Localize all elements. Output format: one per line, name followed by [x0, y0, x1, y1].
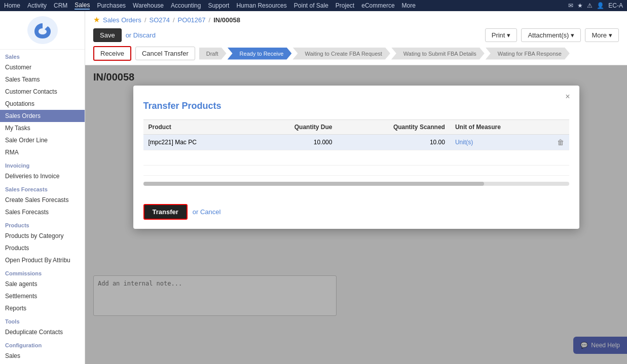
empty-row [143, 150, 569, 166]
favorite-star-icon[interactable]: ★ [93, 15, 100, 24]
sidebar-item-sale-order-line[interactable]: Sale Order Line [0, 134, 85, 146]
transfer-products-modal: × Transfer Products Product Quantity Due… [133, 86, 579, 229]
col-product: Product [143, 120, 250, 135]
sidebar-item-sales-teams[interactable]: Sales Teams [0, 73, 85, 86]
sidebar-item-customer-contacts[interactable]: Customer Contacts [0, 86, 85, 98]
sidebar-item-settlements[interactable]: Settlements [0, 290, 85, 302]
sidebar-item-configuration-sales[interactable]: Sales [0, 350, 85, 362]
star-icon[interactable]: ★ [577, 2, 583, 9]
table-scrollbar-thumb [143, 182, 484, 186]
print-dropdown-icon: ▾ [507, 31, 510, 39]
modal-cancel-link[interactable]: or Cancel [193, 208, 221, 216]
sidebar-item-open-product-by-attrib[interactable]: Open Product By Attribu [0, 254, 85, 266]
nav-support[interactable]: Support [208, 2, 229, 9]
sidebar-item-create-sales-forecasts[interactable]: Create Sales Forecasts [0, 194, 85, 206]
print-button[interactable]: Print ▾ [485, 28, 518, 42]
sidebar-section-forecasts-title: Sales Forecasts [0, 182, 85, 194]
delete-row-button[interactable]: 🗑 [557, 138, 564, 146]
main-content: ★ Sales Orders / SO274 / PO01267 / IN/00… [85, 11, 627, 364]
attachments-dropdown-icon: ▾ [571, 31, 574, 39]
breadcrumb-po01267[interactable]: PO01267 [178, 16, 206, 24]
breadcrumb-sales-orders[interactable]: Sales Orders [103, 16, 141, 24]
bell-icon[interactable]: ⚠ [587, 2, 593, 9]
sidebar-section-commissions-title: Commissions [0, 266, 85, 278]
toolbar: Save or Discard Print ▾ Attachment(s) ▾ … [93, 28, 619, 42]
pipeline-step-waiting-response: Wating for FBA Response [486, 48, 570, 60]
sidebar: Sales Customer Sales Teams Customer Cont… [0, 11, 85, 364]
sidebar-section-configuration-title: Configuration [0, 338, 85, 350]
main-header: ★ Sales Orders / SO274 / PO01267 / IN/00… [85, 11, 627, 65]
top-nav: Home Activity CRM Sales Purchases Wareho… [0, 0, 627, 11]
modal-body: Transfer Products Product Quantity Due Q… [133, 101, 579, 204]
sidebar-section-tools-title: Tools [0, 314, 85, 326]
sidebar-section-products-title: Products [0, 218, 85, 230]
account-label[interactable]: EC-A [608, 2, 623, 9]
sidebar-item-products-by-category[interactable]: Products by Category [0, 230, 85, 242]
modal-close-button[interactable]: × [565, 93, 570, 101]
more-button[interactable]: More ▾ [585, 28, 619, 42]
product-name-cell: [mpc221] Mac PC [143, 135, 250, 150]
user-icon[interactable]: 👤 [597, 2, 604, 9]
nav-pos[interactable]: Point of Sale [294, 2, 328, 9]
status-pipeline: Draft Ready to Receive Waiting to Create… [199, 48, 571, 60]
col-qty-due: Quantity Due [250, 120, 338, 135]
save-button[interactable]: Save [93, 28, 122, 42]
nav-purchases[interactable]: Purchases [97, 2, 126, 9]
nav-crm[interactable]: CRM [54, 2, 67, 9]
mail-icon[interactable]: ✉ [568, 2, 573, 9]
sidebar-item-rma[interactable]: RMA [0, 146, 85, 158]
nav-home[interactable]: Home [4, 2, 20, 9]
pipeline-step-ready: Ready to Receive [228, 48, 292, 60]
sidebar-item-sales-forecasts[interactable]: Sales Forecasts [0, 206, 85, 218]
transfer-button[interactable]: Transfer [143, 204, 188, 220]
sidebar-section-sales-title: Sales [0, 50, 85, 61]
page-content: IN/00058 × Transfer Products Product [85, 65, 627, 364]
uom-cell: Unit(s) [450, 135, 552, 150]
pipeline-step-waiting-submit: Wating to Submit FBA Details [391, 48, 485, 60]
qty-scanned-cell: 10.00 [337, 135, 450, 150]
breadcrumb: ★ Sales Orders / SO274 / PO01267 / IN/00… [93, 15, 619, 24]
col-uom: Unit of Measure [450, 120, 552, 135]
sidebar-logo [0, 11, 85, 50]
nav-ecommerce[interactable]: eCommerce [361, 2, 394, 9]
sidebar-item-deliveries-to-invoice[interactable]: Deliveries to Invoice [0, 170, 85, 182]
transfer-products-table: Product Quantity Due Quantity Scanned Un… [143, 119, 569, 176]
nav-activity[interactable]: Activity [27, 2, 47, 9]
nav-warehouse[interactable]: Warehouse [133, 2, 164, 9]
discard-link[interactable]: or Discard [126, 31, 156, 39]
pipeline-step-waiting-create: Waiting to Create FBA Request [292, 48, 390, 60]
sidebar-item-reports[interactable]: Reports [0, 302, 85, 314]
receive-button[interactable]: Receive [93, 46, 131, 61]
modal-overlay: × Transfer Products Product Quantity Due… [85, 65, 627, 364]
sidebar-item-customer[interactable]: Customer [0, 61, 85, 73]
cancel-transfer-button[interactable]: Cancel Transfer [135, 47, 195, 60]
modal-footer: Transfer or Cancel [133, 204, 579, 229]
table-row: [mpc221] Mac PC 10.000 10.00 Unit(s) 🗑 [143, 135, 569, 150]
pipeline-step-draft: Draft [199, 48, 227, 60]
sidebar-item-deduplicate-contacts[interactable]: Deduplicate Contacts [0, 326, 85, 338]
nav-project[interactable]: Project [336, 2, 354, 9]
sidebar-item-sale-agents[interactable]: Sale agents [0, 278, 85, 290]
qty-due-cell: 10.000 [250, 135, 338, 150]
modal-title: Transfer Products [143, 101, 569, 111]
empty-row-2 [143, 166, 569, 176]
breadcrumb-so274[interactable]: SO274 [150, 16, 170, 24]
nav-sales[interactable]: Sales [75, 2, 90, 10]
sidebar-item-my-tasks[interactable]: My Tasks [0, 122, 85, 134]
modal-header: × [133, 86, 579, 101]
sidebar-section-invoicing-title: Invoicing [0, 158, 85, 170]
attachments-button[interactable]: Attachment(s) ▾ [521, 28, 581, 42]
nav-hr[interactable]: Human Resources [236, 2, 286, 9]
sidebar-item-products[interactable]: Products [0, 242, 85, 254]
sidebar-item-quotations[interactable]: Quotations [0, 98, 85, 110]
sidebar-item-sales-orders[interactable]: Sales Orders [0, 110, 85, 122]
nav-accounting[interactable]: Accounting [171, 2, 201, 9]
breadcrumb-current: IN/00058 [213, 16, 240, 24]
table-scrollbar[interactable] [143, 182, 569, 186]
nav-more[interactable]: More [402, 2, 416, 9]
col-qty-scanned: Quantity Scanned [337, 120, 450, 135]
more-dropdown-icon: ▾ [609, 31, 612, 39]
logo-icon [27, 16, 58, 44]
